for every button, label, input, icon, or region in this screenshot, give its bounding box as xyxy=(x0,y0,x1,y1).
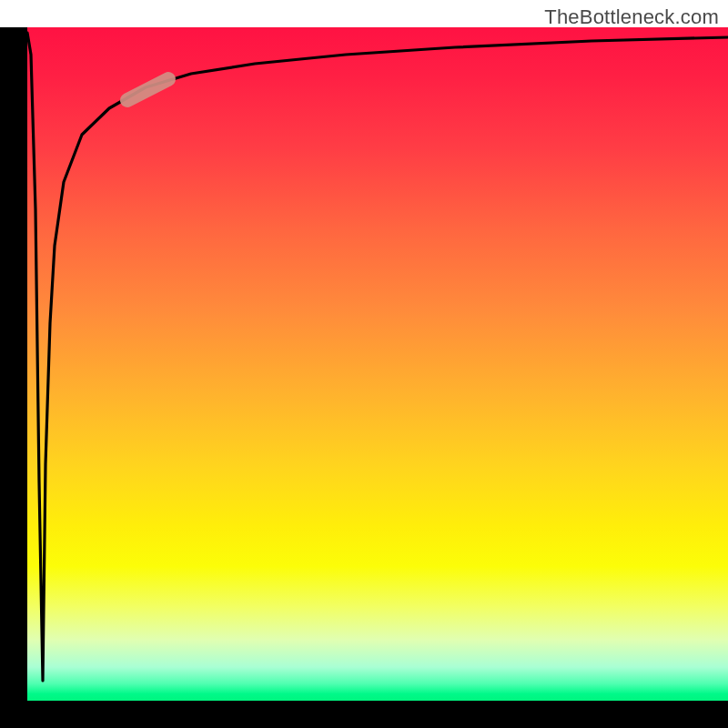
plot-area xyxy=(27,27,728,701)
attribution-label: TheBottleneck.com xyxy=(544,5,719,29)
main-curve xyxy=(27,33,728,681)
highlight-segment xyxy=(127,79,168,100)
plot-border xyxy=(0,27,728,728)
curve-layer xyxy=(27,27,728,701)
chart-frame: TheBottleneck.com xyxy=(0,0,728,728)
